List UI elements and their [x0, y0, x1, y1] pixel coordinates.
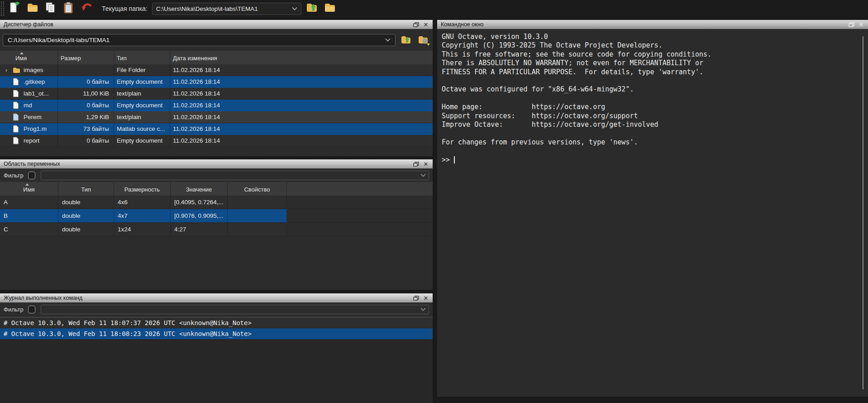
variable-value-cell: [0.9076, 0.9095,... [171, 209, 228, 222]
variable-attribute-cell [228, 196, 287, 209]
chevron-down-icon [420, 307, 426, 311]
workspace-filter-combobox[interactable] [41, 171, 429, 180]
command-history-close-button[interactable]: ✕ [421, 294, 431, 302]
workspace-filter-checkbox[interactable] [28, 172, 35, 179]
file-type-cell: Empty document [114, 76, 170, 87]
history-filter-label: Фильтр [4, 306, 24, 313]
file-name-cell: report [0, 135, 58, 146]
workspace-close-button[interactable]: ✕ [421, 160, 431, 168]
variable-row-B[interactable]: Bdouble4x7[0.9076, 0.9095,... [0, 209, 433, 223]
workspace-table-header: Имя Тип Размерность Значение Свойство [0, 182, 433, 196]
fm-actions-button[interactable] [416, 34, 430, 46]
history-filter-combobox[interactable] [41, 305, 429, 314]
command-window-undock-button[interactable] [846, 20, 856, 29]
command-history-panel: Журнал выполненных команд ✕ Фильтр # Oct… [0, 293, 433, 403]
file-browser-undock-button[interactable] [411, 20, 421, 29]
file-size-cell: 0 байты [58, 100, 114, 111]
open-file-button[interactable] [25, 1, 40, 16]
file-date-cell: 11.02.2026 18:14 [170, 100, 433, 111]
fm-folder-up-button[interactable] [399, 34, 413, 46]
workspace-titlebar: Область переменных ✕ [0, 159, 433, 168]
new-script-button[interactable] [7, 1, 22, 16]
column-header-value[interactable]: Значение [171, 182, 228, 196]
paste-button[interactable] [61, 1, 76, 16]
file-size-cell: 0 байты [58, 135, 114, 146]
chevron-down-icon [385, 38, 391, 42]
column-header-name[interactable]: Имя [0, 182, 58, 196]
toolbar-drag-handle[interactable] [1, 1, 4, 16]
file-size-cell [58, 64, 114, 76]
undock-icon [413, 162, 419, 167]
file-date-cell: 11.02.2026 18:14 [170, 64, 433, 76]
variable-row-C[interactable]: Cdouble1x244:27 [0, 223, 433, 236]
history-entry-0[interactable]: # Octave 10.3.0, Wed Feb 11 18:07:37 202… [0, 317, 433, 328]
variable-row-A[interactable]: Adouble4x6[0.4095, 0.7264,... [0, 196, 433, 209]
main-toolbar: Текущая папка: C:\Users\Nika\Desktop\it-… [0, 0, 868, 17]
file-browser-path-row: C:/Users/Nika/Desktop/it-labs/TEMA1 [0, 29, 433, 51]
file-size-cell: 73 байты [58, 123, 114, 134]
file-row-Prog1.m[interactable]: Prog1.m73 байтыMatlab source c...11.02.2… [0, 123, 433, 135]
file-name-label: report [24, 137, 39, 144]
sort-ascending-icon [25, 183, 29, 186]
chevron-down-icon [420, 173, 426, 177]
undo-button[interactable] [79, 1, 95, 16]
command-window-scrollbar[interactable] [863, 36, 863, 389]
copy-button[interactable] [43, 1, 58, 16]
variable-attribute-cell [228, 223, 287, 236]
row-filler [287, 196, 433, 209]
folder-up-button[interactable] [304, 1, 320, 16]
file-browser-panel: Диспетчер файлов ✕ C:/Users/Nika/Desktop… [0, 20, 433, 156]
command-window-content[interactable]: GNU Octave, version 10.3.0 Copyright (C)… [437, 29, 868, 397]
variable-type-cell: double [58, 196, 114, 209]
file-row-Perem[interactable]: Perem1,29 KiBtext/plain11.02.2026 18:14 [0, 111, 433, 123]
file-browser-title: Диспетчер файлов [4, 21, 411, 28]
column-header-type[interactable]: Тип [58, 182, 114, 196]
expand-chevron-icon[interactable]: › [5, 67, 13, 73]
workspace-table-body: Adouble4x6[0.4095, 0.7264,...Bdouble4x7[… [0, 196, 433, 236]
octave-main-window: Текущая папка: C:\Users\Nika\Desktop\it-… [0, 0, 868, 403]
history-entry-1[interactable]: # Octave 10.3.0, Wed Feb 11 18:08:23 202… [0, 328, 433, 339]
variable-dimension-cell: 4x6 [114, 196, 171, 209]
file-row-report[interactable]: report0 байтыEmpty document11.02.2026 18… [0, 135, 433, 147]
current-folder-combobox[interactable]: C:\Users\Nika\Desktop\it-labs\TEMA1 [152, 3, 301, 15]
file-browser-path-combobox[interactable]: C:/Users/Nika/Desktop/it-labs/TEMA1 [3, 34, 396, 46]
variable-name-cell: C [0, 223, 58, 236]
file-row-md[interactable]: md0 байтыEmpty document11.02.2026 18:14 [0, 100, 433, 111]
close-icon: ✕ [424, 295, 429, 301]
chevron-down-icon [292, 7, 297, 10]
workspace-undock-button[interactable] [411, 160, 421, 168]
column-header-date[interactable]: Дата изменения [170, 51, 433, 64]
dropdown-arrow-icon [427, 43, 430, 46]
column-header-attribute[interactable]: Свойство [228, 182, 287, 196]
column-header-name[interactable]: Имя [0, 51, 58, 64]
folder-up-icon [306, 3, 318, 14]
file-name-cell: ›images [0, 64, 58, 76]
file-row-lab1_ot...[interactable]: lab1_ot...11,00 KiBtext/plain11.02.2026 … [0, 88, 433, 100]
file-date-cell: 11.02.2026 18:14 [170, 111, 433, 123]
file-type-cell: Empty document [114, 135, 170, 146]
file-name-label: .gitkeep [24, 78, 45, 85]
file-date-cell: 11.02.2026 18:14 [170, 76, 433, 87]
command-window-close-button[interactable]: ✕ [856, 20, 866, 29]
column-header-type[interactable]: Тип [114, 51, 170, 64]
variable-value-cell: 4:27 [171, 223, 228, 236]
sort-ascending-icon [20, 52, 24, 54]
file-date-cell: 11.02.2026 18:14 [170, 88, 433, 99]
file-date-cell: 11.02.2026 18:14 [170, 135, 433, 146]
current-folder-label: Текущая папка: [102, 5, 148, 12]
column-header-size[interactable]: Размер [58, 51, 114, 64]
browse-folder-button[interactable] [322, 1, 338, 16]
column-header-dimension[interactable]: Размерность [114, 182, 171, 196]
file-row-.gitkeep[interactable]: .gitkeep0 байтыEmpty document11.02.2026 … [0, 76, 433, 88]
file-browser-close-button[interactable]: ✕ [421, 20, 431, 29]
command-history-undock-button[interactable] [411, 294, 421, 302]
file-row-images[interactable]: ›imagesFile Folder11.02.2026 18:14 [0, 64, 433, 76]
folder-icon [324, 3, 336, 14]
variable-name-cell: A [0, 196, 58, 209]
variable-type-cell: double [58, 223, 114, 236]
file-icon [13, 90, 21, 97]
workspace-filter-label: Фильтр [4, 172, 24, 179]
current-folder-value: C:\Users\Nika\Desktop\it-labs\TEMA1 [156, 5, 292, 12]
history-filter-checkbox[interactable] [28, 306, 35, 313]
row-filler [287, 223, 433, 236]
